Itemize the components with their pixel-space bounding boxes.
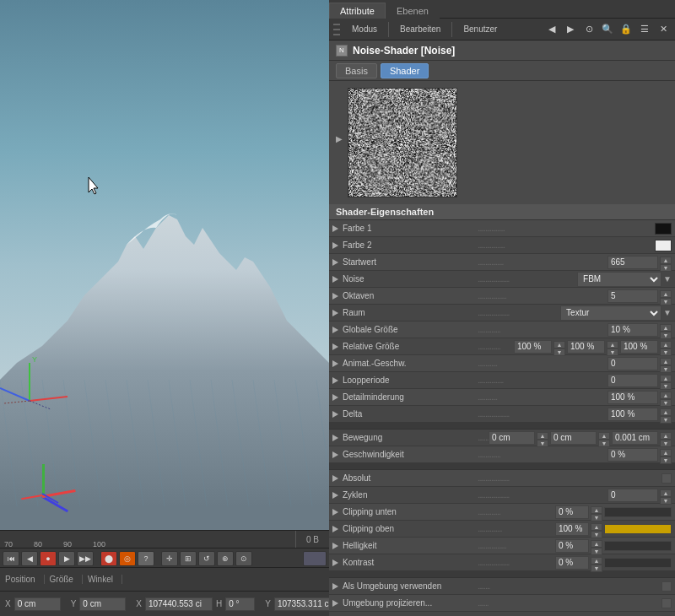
multi-value-input[interactable] bbox=[567, 340, 605, 354]
spinner[interactable]: ▲▼ bbox=[660, 324, 672, 336]
spinner[interactable]: ▲▼ bbox=[607, 341, 618, 353]
position-section: Position bbox=[0, 575, 45, 584]
prop-triangle-icon bbox=[332, 394, 339, 401]
number-input[interactable] bbox=[608, 391, 658, 404]
spinner[interactable]: ▲▼ bbox=[591, 506, 602, 518]
play-button[interactable]: ▶ bbox=[58, 551, 75, 566]
spinner[interactable]: ▲▼ bbox=[591, 540, 602, 552]
prop-triangle-icon bbox=[332, 543, 339, 549]
modus-menu[interactable]: Modus bbox=[347, 24, 382, 34]
arrow-left-icon[interactable]: ◀ bbox=[544, 22, 559, 37]
y-position-input[interactable] bbox=[79, 597, 126, 611]
multi3-value-input[interactable] bbox=[612, 431, 658, 445]
extra-button[interactable] bbox=[303, 551, 327, 566]
number-input[interactable] bbox=[608, 256, 658, 269]
rotate-button[interactable]: ↺ bbox=[198, 551, 215, 566]
prop-dots: ..................... bbox=[478, 490, 608, 500]
progress-bar bbox=[604, 541, 672, 551]
prop-value bbox=[662, 581, 672, 592]
prop-triangle-icon bbox=[332, 259, 339, 266]
spinner[interactable]: ▲▼ bbox=[660, 341, 672, 353]
spinner[interactable]: ▲▼ bbox=[660, 375, 672, 386]
h-input[interactable] bbox=[225, 597, 255, 611]
prop-triangle-icon bbox=[332, 225, 339, 232]
checkbox-input[interactable] bbox=[662, 581, 672, 592]
record2-button[interactable]: ⬤ bbox=[100, 551, 117, 566]
checkbox-input[interactable] bbox=[662, 598, 672, 608]
spinner[interactable]: ▲▼ bbox=[554, 341, 565, 353]
pivot-button[interactable]: ⊕ bbox=[217, 551, 234, 566]
basis-tab[interactable]: Basis bbox=[336, 63, 377, 78]
dropdown-arrow-icon[interactable]: ▼ bbox=[663, 274, 672, 284]
bar-number-input[interactable] bbox=[555, 505, 589, 519]
snap-button[interactable]: ⊙ bbox=[235, 551, 252, 566]
motion-button[interactable]: ◎ bbox=[119, 551, 136, 566]
record-button[interactable]: ● bbox=[40, 551, 57, 566]
multi-value-input[interactable] bbox=[514, 340, 552, 354]
select-input[interactable]: Textur bbox=[560, 305, 662, 321]
properties-panel: Shader-Eigenschaften Farbe 1............… bbox=[329, 204, 675, 616]
number-input[interactable] bbox=[608, 374, 658, 387]
spinner[interactable]: ▲▼ bbox=[660, 449, 672, 461]
prop-label: Bewegung bbox=[343, 433, 478, 442]
spinner[interactable]: ▲▼ bbox=[660, 392, 672, 403]
spinner[interactable]: ▲▼ bbox=[591, 523, 602, 535]
preview-arrow: ▶ bbox=[336, 88, 343, 143]
bar-number-input[interactable] bbox=[555, 539, 589, 553]
color-swatch[interactable] bbox=[655, 223, 672, 235]
prop-value bbox=[662, 598, 672, 608]
prop-triangle-icon bbox=[332, 310, 339, 316]
scale-button[interactable]: ⊞ bbox=[180, 551, 197, 566]
color-swatch[interactable] bbox=[655, 240, 672, 251]
search-icon[interactable]: 🔍 bbox=[600, 22, 615, 37]
y-size-input[interactable] bbox=[274, 597, 329, 611]
number-input[interactable] bbox=[608, 357, 658, 370]
anim-button[interactable]: ? bbox=[138, 551, 154, 566]
spinner[interactable]: ▲▼ bbox=[660, 290, 672, 302]
benutzer-menu[interactable]: Benutzer bbox=[458, 24, 502, 34]
number-input[interactable] bbox=[608, 489, 658, 502]
progress-bar bbox=[604, 558, 672, 568]
prop-label: Raum bbox=[343, 308, 478, 317]
x-size-input[interactable] bbox=[145, 597, 213, 611]
prop-value: ▲▼ bbox=[555, 556, 672, 570]
dropdown-arrow-icon[interactable]: ▼ bbox=[663, 308, 672, 317]
prop-dots: ........ bbox=[478, 581, 662, 591]
multi3-value-input[interactable] bbox=[550, 431, 597, 445]
close-icon[interactable]: ✕ bbox=[656, 22, 671, 37]
bearbeiten-menu[interactable]: Bearbeiten bbox=[395, 24, 446, 34]
bar-number-input[interactable] bbox=[555, 556, 589, 570]
spinner[interactable]: ▲▼ bbox=[660, 432, 672, 444]
number-input[interactable] bbox=[608, 448, 658, 462]
spinner[interactable]: ▲▼ bbox=[660, 358, 672, 370]
multi3-value-input[interactable] bbox=[489, 431, 535, 445]
ebenen-tab[interactable]: Ebenen bbox=[386, 3, 440, 19]
prev-frame-button[interactable]: ◀ bbox=[21, 551, 38, 566]
spinner[interactable]: ▲▼ bbox=[537, 432, 548, 444]
prop-value: ▲▼ bbox=[555, 539, 672, 553]
bar-number-input[interactable] bbox=[555, 522, 589, 536]
number-input[interactable] bbox=[608, 289, 658, 303]
lock-icon[interactable]: 🔒 bbox=[618, 22, 634, 37]
number-input[interactable] bbox=[608, 323, 658, 337]
attribute-tab[interactable]: Attribute bbox=[329, 3, 386, 19]
spinner[interactable]: ▲▼ bbox=[591, 557, 602, 569]
prop-label: Animat.-Geschw. bbox=[343, 359, 478, 368]
spinner[interactable]: ▲▼ bbox=[598, 432, 610, 444]
rewind-button[interactable]: ⏮ bbox=[3, 551, 19, 566]
move-button[interactable]: ✛ bbox=[161, 551, 178, 566]
x-position-input[interactable] bbox=[14, 597, 61, 611]
multi-value-input[interactable] bbox=[620, 340, 658, 354]
property-row: Als Umgebung verwenden........ bbox=[329, 578, 675, 595]
select-input[interactable]: FBM bbox=[577, 272, 662, 287]
shader-tab[interactable]: Shader bbox=[381, 63, 429, 78]
number-input[interactable] bbox=[608, 408, 658, 421]
checkbox-input[interactable] bbox=[662, 473, 672, 484]
spinner[interactable]: ▲▼ bbox=[660, 489, 672, 501]
spinner[interactable]: ▲▼ bbox=[660, 257, 672, 268]
target-icon[interactable]: ⊙ bbox=[581, 22, 597, 37]
arrow-right-icon[interactable]: ▶ bbox=[563, 22, 578, 37]
menu-icon[interactable]: ☰ bbox=[637, 22, 652, 37]
next-frame-button[interactable]: ▶▶ bbox=[77, 551, 94, 566]
spinner[interactable]: ▲▼ bbox=[660, 408, 672, 420]
